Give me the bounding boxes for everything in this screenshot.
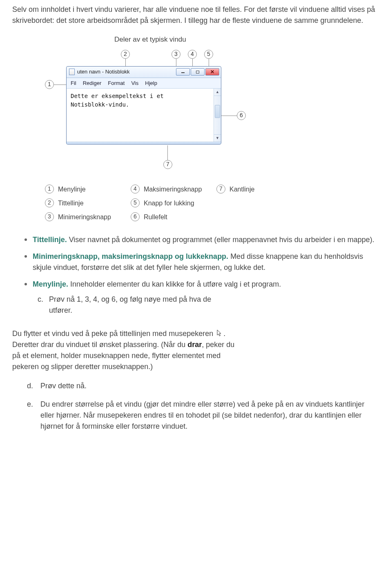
item-text: Viser navnet på dokumentet og programmet… [67, 236, 374, 244]
step-text: Prøv nå 1, 3, 4, og 6, og følg nøye med … [49, 294, 212, 316]
list-item: Menylinje. Inneholder elementer du kan k… [24, 279, 380, 316]
editor-area[interactable]: Dette er eksempeltekst i et Notisblokk-v… [67, 89, 214, 142]
menu-hjelp[interactable]: Hjelp [145, 79, 157, 87]
close-icon: ✕ [210, 68, 214, 76]
minimize-button[interactable] [176, 68, 190, 76]
step-letter: d. [27, 381, 33, 392]
legend-label-7: Kantlinje [229, 185, 298, 194]
legend-num-2: 2 [45, 198, 54, 207]
callout-5: 5 [204, 50, 213, 59]
step-letter: e. [27, 399, 33, 432]
scroll-down-icon[interactable]: ▼ [214, 134, 221, 142]
document-icon [69, 69, 75, 75]
parts-list: Tittellinje. Viser navnet på dokumentet … [12, 234, 380, 316]
close-button[interactable]: ✕ [205, 68, 219, 76]
legend-num-3: 3 [45, 212, 54, 221]
callout-6: 6 [237, 111, 246, 120]
list-item: Tittellinje. Viser navnet på dokumentet … [24, 234, 380, 245]
item-title: Tittellinje. [33, 236, 67, 244]
step-text: Prøv dette nå. [40, 381, 87, 392]
intro-paragraph: Selv om innholdet i hvert vindu varierer… [12, 4, 380, 26]
legend-num-5: 5 [131, 198, 140, 207]
menu-vis[interactable]: Vis [131, 79, 138, 87]
scroll-thumb[interactable] [215, 105, 220, 118]
cursor-icon [216, 329, 222, 337]
step-c: c. Prøv nå 1, 3, 4, og 6, og følg nøye m… [38, 294, 380, 316]
legend-num-4: 4 [131, 185, 140, 194]
step-e: e. Du endrer størrelse på et vindu (gjør… [27, 399, 380, 432]
callout-1: 1 [45, 80, 54, 89]
legend-label-5: Knapp for lukking [144, 198, 212, 208]
legend-label-6: Rullefelt [144, 212, 212, 222]
maximize-icon [196, 71, 199, 73]
legend-num-6: 6 [131, 212, 140, 221]
minimize-icon [181, 72, 185, 73]
step-d: d. Prøv dette nå. [27, 381, 380, 392]
callout-3: 3 [172, 50, 180, 59]
move-window-paragraph: Du flytter et vindu ved å peke på tittel… [12, 328, 241, 372]
menubar: Fil Rediger Format Vis Hjelp [67, 78, 221, 89]
legend: 1 Menylinje 4 Maksimeringsknapp 7 Kantli… [45, 185, 298, 222]
callout-7: 7 [163, 160, 172, 169]
legend-label-3: Minimeringsknapp [58, 212, 127, 222]
titlebar[interactable]: uten navn - Notisblokk ✕ [67, 67, 221, 78]
legend-num-1: 1 [45, 185, 54, 194]
item-title: Minimeringsknapp, maksimeringsknapp og l… [33, 252, 228, 260]
menu-rediger[interactable]: Rediger [83, 79, 102, 87]
notepad-window: uten navn - Notisblokk ✕ Fil Rediger For… [66, 66, 221, 145]
step-text: Du endrer størrelse på et vindu (gjør de… [40, 399, 380, 432]
scroll-up-icon[interactable]: ▲ [214, 89, 221, 96]
menu-fil[interactable]: Fil [71, 79, 76, 87]
legend-label-2: Tittellinje [58, 198, 127, 208]
window-title: uten navn - Notisblokk [77, 68, 176, 76]
window-border-bottom[interactable] [67, 142, 221, 144]
vertical-scrollbar[interactable]: ▲ ▼ [214, 89, 221, 142]
legend-label-1: Menylinje [58, 185, 127, 194]
callout-2: 2 [121, 50, 130, 59]
figure-caption: Deler av et typisk vindu [114, 34, 380, 45]
callout-4: 4 [188, 50, 197, 59]
legend-label-4: Maksimeringsknapp [144, 185, 212, 194]
list-item: Minimeringsknapp, maksimeringsknapp og l… [24, 251, 380, 273]
legend-num-7: 7 [216, 185, 225, 194]
menu-format[interactable]: Format [108, 79, 125, 87]
maximize-button[interactable] [191, 68, 205, 76]
item-title: Menylinje. [33, 280, 68, 288]
lettered-steps: d. Prøv dette nå. e. Du endrer størrelse… [12, 381, 380, 432]
step-letter: c. [38, 294, 43, 316]
window-diagram: 2 3 4 5 1 uten navn - Notisblokk ✕ Fil R… [45, 50, 257, 176]
item-text: Inneholder elementer du kan klikke for å… [68, 280, 281, 288]
